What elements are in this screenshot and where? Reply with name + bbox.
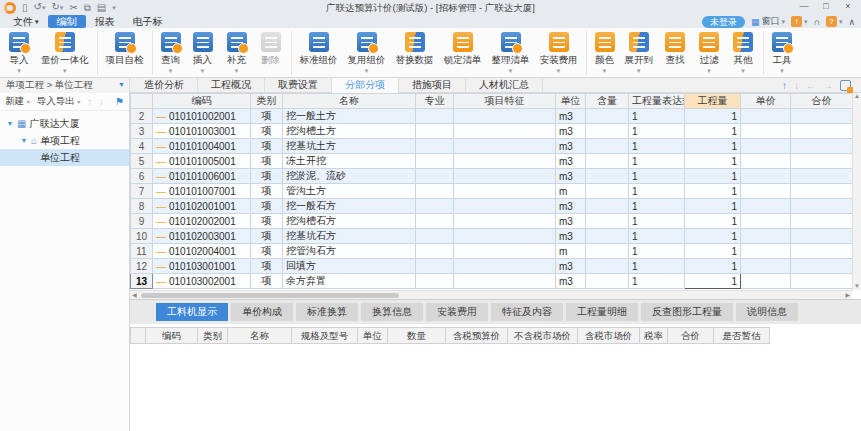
cell-name[interactable]: 冻土开挖 [283,154,416,169]
bottom-column-header[interactable]: 含税市场价 [578,327,640,344]
cell-name[interactable]: 挖沟槽石方 [283,214,416,229]
cell-unit[interactable]: m3 [556,169,586,184]
row-number[interactable]: 3 [131,124,153,139]
cell-name[interactable]: 回填方 [283,259,416,274]
cell-total-price[interactable] [791,169,853,184]
ribbon-insert-button[interactable]: 插入 ▼ [186,31,220,75]
login-button[interactable]: 未登录 [702,16,745,28]
headset-icon[interactable]: ∩ [813,17,819,27]
cell-qty-expression[interactable]: 1 [629,244,685,259]
cell-total-price[interactable] [791,259,853,274]
collapse-icon[interactable]: ▼ [6,115,14,132]
nav-left-icon[interactable]: ← [806,80,816,91]
cell-qty-expression[interactable]: 1 [629,109,685,124]
ribbon-supplement-button[interactable]: 补充 ▼ [220,31,254,75]
ribbon-filter-button[interactable]: 过滤 ▼ [692,31,726,75]
cell-unit-price[interactable] [741,154,791,169]
btab-description[interactable]: 说明信息 [736,303,798,321]
btab-feature-content[interactable]: 特征及内容 [491,303,563,321]
cell-unit[interactable]: m3 [556,274,586,289]
bottom-column-header[interactable]: 名称 [228,327,292,344]
cell-feature[interactable] [454,214,556,229]
cell-type[interactable]: 项 [251,214,283,229]
help-button[interactable]: ?▾ [826,16,843,27]
tab-measure-items[interactable]: 措施项目 [399,78,466,93]
cell-major[interactable] [416,244,454,259]
nav-right-icon[interactable]: → [823,80,833,91]
table-row[interactable]: 10 —010102003001 项 挖基坑石方 m3 1 1 [131,229,853,244]
cell-unit-price[interactable] [741,169,791,184]
cell-qty-expression[interactable]: 1 [629,259,685,274]
cell-type[interactable]: 项 [251,229,283,244]
ribbon-import-button[interactable]: 导入 ▼ [2,31,36,75]
import-export-button[interactable]: 导入导出 ▾ [37,95,81,108]
cell-code[interactable]: —010101003001 [153,124,251,139]
cell-quantity[interactable]: 1 [685,154,741,169]
row-number[interactable]: 13 [131,274,153,289]
cell-major[interactable] [416,139,454,154]
cell-qty-expression[interactable]: 1 [629,274,685,289]
cell-qty-expression[interactable]: 1 [629,139,685,154]
btab-price-composition[interactable]: 单价构成 [231,303,293,321]
ribbon-delete-button[interactable]: 删除 ▼ [254,31,288,75]
menu-tab-file[interactable]: 文件▾ [4,15,48,28]
cell-total-price[interactable] [791,154,853,169]
btab-convert-info[interactable]: 换算信息 [361,303,423,321]
cell-unit-price[interactable] [741,184,791,199]
cell-content[interactable] [586,214,629,229]
cell-qty-expression[interactable]: 1 [629,169,685,184]
bottom-column-header[interactable]: 单位 [358,327,388,344]
cell-type[interactable]: 项 [251,109,283,124]
cell-feature[interactable] [454,229,556,244]
cell-type[interactable]: 项 [251,244,283,259]
cell-type[interactable]: 项 [251,259,283,274]
cell-qty-expression[interactable]: 1 [629,184,685,199]
cell-name[interactable]: 余方弃置 [283,274,416,289]
row-number[interactable]: 4 [131,139,153,154]
table-row[interactable]: 7 —010101007001 项 管沟土方 m 1 1 [131,184,853,199]
ribbon-other-button[interactable]: 其他 ▼ [726,31,760,75]
cell-quantity[interactable]: 1 [685,109,741,124]
ribbon-replace-data-button[interactable]: 替换数据 ▼ [391,31,439,75]
cell-unit[interactable]: m3 [556,139,586,154]
table-row[interactable]: 6 —010101006001 项 挖淤泥、流砂 m3 1 1 [131,169,853,184]
ribbon-find-button[interactable]: 查找 ▼ [658,31,692,75]
cell-unit[interactable]: m3 [556,124,586,139]
cell-content[interactable] [586,259,629,274]
ribbon-query-button[interactable]: 查询 ▼ [152,31,186,75]
cell-feature[interactable] [454,244,556,259]
cell-major[interactable] [416,259,454,274]
table-row[interactable]: 11 —010102004001 项 挖管沟石方 m 1 1 [131,244,853,259]
cell-feature[interactable] [454,259,556,274]
cell-feature[interactable] [454,124,556,139]
cell-unit-price[interactable] [741,109,791,124]
cell-feature[interactable] [454,169,556,184]
cell-unit[interactable]: m [556,244,586,259]
cell-code[interactable]: —010101006001 [153,169,251,184]
cell-content[interactable] [586,229,629,244]
tab-fee-settings[interactable]: 取费设置 [265,78,332,93]
table-row[interactable]: 4 —010101004001 项 挖基坑土方 m3 1 1 [131,139,853,154]
bottom-column-header[interactable]: 合价 [668,327,714,344]
cell-name[interactable]: 挖淤泥、流砂 [283,169,416,184]
bottom-column-header[interactable]: 类别 [198,327,228,344]
cell-quantity[interactable]: 1 [685,259,741,274]
cell-name[interactable]: 挖一般土方 [283,109,416,124]
cell-total-price[interactable] [791,229,853,244]
row-number[interactable]: 10 [131,229,153,244]
cell-code[interactable]: —010101005001 [153,154,251,169]
cell-content[interactable] [586,109,629,124]
cell-major[interactable] [416,214,454,229]
ribbon-qpi-button[interactable]: 量价一体化 ▼ [36,31,94,75]
cell-content[interactable] [586,199,629,214]
cell-unit-price[interactable] [741,229,791,244]
cell-name[interactable]: 管沟土方 [283,184,416,199]
column-header[interactable]: 工程量表达式 [629,94,685,109]
cell-code[interactable]: —010102001001 [153,199,251,214]
bottom-column-header[interactable]: 不含税市场价 [508,327,578,344]
cell-quantity[interactable]: 1 [685,274,741,289]
cell-unit-price[interactable] [741,214,791,229]
table-row[interactable]: 8 —010102001001 项 挖一般石方 m3 1 1 [131,199,853,214]
cell-unit[interactable]: m3 [556,229,586,244]
cell-feature[interactable] [454,199,556,214]
